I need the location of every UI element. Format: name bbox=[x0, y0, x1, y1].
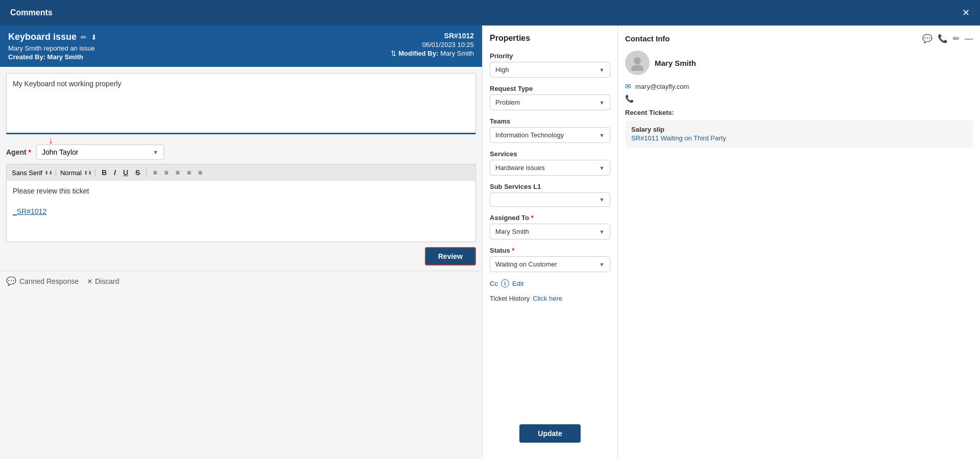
cc-edit-button[interactable]: Edit bbox=[512, 280, 523, 287]
recent-ticket-link[interactable]: SR#1011 Waiting on Third Party bbox=[631, 134, 726, 142]
modal-header: Comments ✕ bbox=[0, 0, 980, 26]
services-label: Services bbox=[490, 150, 610, 158]
canned-icon: 💬 bbox=[6, 276, 16, 286]
modal-container: Comments ✕ Keyboard issue ✏ ⬇ Mar bbox=[0, 0, 980, 459]
toolbar-strikethrough-btn[interactable]: S bbox=[133, 167, 142, 178]
comment-link[interactable]: _SR#1012 bbox=[13, 207, 469, 215]
request-type-label: Request Type bbox=[490, 85, 610, 92]
priority-group: Priority High ▼ bbox=[490, 52, 610, 78]
ticket-date: 06/01/2023 10:25 bbox=[391, 41, 474, 49]
contact-edit-icon[interactable]: ✏ bbox=[953, 34, 960, 43]
assigned-to-required-star: * bbox=[531, 214, 534, 222]
assigned-to-value: Mary Smith bbox=[495, 228, 529, 235]
status-value: Waiting on Customer bbox=[495, 260, 557, 268]
sub-services-label: Sub Services L1 bbox=[490, 183, 610, 190]
contact-phone-row: 📞 bbox=[625, 94, 973, 103]
assigned-to-group: Assigned To * Mary Smith ▼ bbox=[490, 214, 610, 239]
contact-name: Mary Smith bbox=[655, 59, 696, 67]
ticket-header: Keyboard issue ✏ ⬇ Mary Smith reported a… bbox=[0, 26, 482, 67]
contact-phone-icon[interactable]: 📞 bbox=[938, 34, 948, 43]
properties-title: Properties bbox=[490, 34, 610, 43]
teams-group: Teams Information Technology ▼ bbox=[490, 117, 610, 143]
services-group: Services Hardware issues ▼ bbox=[490, 150, 610, 176]
toolbar-underline-btn[interactable]: U bbox=[121, 167, 130, 178]
contact-email: mary@clayfly.com bbox=[635, 83, 689, 90]
toolbar-ol-btn[interactable]: ≡ bbox=[151, 167, 159, 178]
agent-row: ↓ Agent * John Taylor ▼ bbox=[0, 140, 482, 164]
review-button[interactable]: Review bbox=[425, 247, 476, 265]
toolbar-italic-btn[interactable]: I bbox=[112, 167, 118, 178]
ticket-created-row: Created By: Mary Smith bbox=[8, 53, 97, 61]
comment-editor[interactable]: Please review this ticket _SR#1012 bbox=[6, 181, 476, 242]
svg-point-0 bbox=[634, 57, 641, 64]
modal-close-button[interactable]: ✕ bbox=[962, 8, 970, 17]
phone-icon: 📞 bbox=[625, 94, 634, 103]
font-family-wrapper[interactable]: Sans Serif ⬆⬇ bbox=[12, 169, 56, 177]
avatar-icon bbox=[629, 55, 646, 71]
contact-chat-icon[interactable]: 💬 bbox=[922, 34, 933, 43]
toolbar-sep-1 bbox=[146, 168, 147, 177]
left-panel: Keyboard issue ✏ ⬇ Mary Smith reported a… bbox=[0, 26, 483, 459]
agent-select[interactable]: John Taylor ▼ bbox=[36, 144, 164, 160]
sub-services-select[interactable]: ▼ bbox=[490, 192, 610, 207]
recent-ticket-title: Salary slip bbox=[631, 126, 967, 133]
ticket-download-icon[interactable]: ⬇ bbox=[91, 33, 97, 41]
ticket-created-label: Created By: bbox=[8, 53, 45, 61]
sub-services-chevron-icon: ▼ bbox=[599, 197, 605, 203]
discard-x-icon: ✕ bbox=[87, 277, 93, 285]
contact-panel: Contact Info 💬 📞 ✏ — bbox=[618, 26, 980, 459]
arrow-indicator: ↓ bbox=[49, 135, 53, 146]
ticket-title-area: Keyboard issue ✏ ⬇ bbox=[8, 32, 97, 42]
contact-info-title: Contact Info bbox=[625, 34, 670, 43]
services-select[interactable]: Hardware issues ▼ bbox=[490, 160, 610, 176]
teams-chevron-icon: ▼ bbox=[599, 132, 605, 138]
font-size-wrapper[interactable]: Normal ⬆⬇ bbox=[60, 169, 95, 177]
request-type-value: Problem bbox=[495, 99, 520, 106]
request-type-select[interactable]: Problem ▼ bbox=[490, 94, 610, 110]
font-size-arrow: ⬆⬇ bbox=[84, 170, 92, 176]
assigned-to-select[interactable]: Mary Smith ▼ bbox=[490, 224, 610, 239]
ticket-history-click-here-button[interactable]: Click here bbox=[533, 295, 562, 302]
teams-label: Teams bbox=[490, 117, 610, 125]
status-required-star: * bbox=[512, 247, 514, 254]
ticket-history-row: Ticket History Click here bbox=[490, 295, 610, 302]
ticket-edit-icon[interactable]: ✏ bbox=[81, 33, 87, 41]
canned-response-button[interactable]: 💬 Canned Response bbox=[6, 276, 79, 286]
modal: Comments ✕ Keyboard issue ✏ ⬇ Mar bbox=[0, 0, 980, 459]
agent-label: Agent * bbox=[6, 148, 31, 156]
ticket-modified-label: Modified By: bbox=[398, 50, 438, 57]
assigned-to-chevron-icon: ▼ bbox=[599, 229, 605, 235]
status-chevron-icon: ▼ bbox=[599, 261, 605, 268]
contact-header: Contact Info 💬 📞 ✏ — bbox=[625, 34, 973, 43]
teams-select[interactable]: Information Technology ▼ bbox=[490, 127, 610, 143]
update-button[interactable]: Update bbox=[519, 424, 580, 443]
properties-panel: Properties Priority High ▼ Request Type … bbox=[483, 26, 618, 459]
modal-body: Keyboard issue ✏ ⬇ Mary Smith reported a… bbox=[0, 26, 980, 459]
ticket-sr-number: SR#1012 bbox=[391, 32, 474, 40]
ticket-created-by: Mary Smith bbox=[47, 53, 83, 61]
toolbar-align-left-btn[interactable]: ≡ bbox=[174, 167, 182, 178]
discard-button[interactable]: ✕ Discard bbox=[87, 277, 119, 285]
status-label: Status * bbox=[490, 247, 610, 254]
toolbar-align-right-btn[interactable]: ≡ bbox=[196, 167, 204, 178]
font-family-arrow: ⬆⬇ bbox=[44, 170, 53, 176]
contact-minus-icon[interactable]: — bbox=[965, 34, 973, 43]
ticket-sort-icon: ⇅ bbox=[391, 50, 396, 57]
ticket-modified-by: Mary Smith bbox=[440, 50, 474, 57]
toolbar-bold-btn[interactable]: B bbox=[100, 167, 109, 178]
discard-label: Discard bbox=[95, 277, 119, 285]
toolbar-align-center-btn[interactable]: ≡ bbox=[185, 167, 193, 178]
ticket-header-top: Keyboard issue ✏ ⬇ Mary Smith reported a… bbox=[8, 32, 474, 61]
toolbar-ul-btn[interactable]: ≡ bbox=[162, 167, 171, 178]
status-select[interactable]: Waiting on Customer ▼ bbox=[490, 256, 610, 272]
ticket-history-label: Ticket History bbox=[490, 295, 530, 302]
avatar bbox=[625, 51, 650, 75]
priority-select[interactable]: High ▼ bbox=[490, 62, 610, 78]
teams-value: Information Technology bbox=[495, 131, 564, 139]
sub-services-group: Sub Services L1 ▼ bbox=[490, 183, 610, 207]
priority-label: Priority bbox=[490, 52, 610, 60]
agent-chevron-icon: ▼ bbox=[153, 149, 158, 155]
recent-tickets-label: Recent Tickets: bbox=[625, 109, 973, 116]
modal-title: Comments bbox=[10, 8, 53, 17]
email-icon: ✉ bbox=[625, 82, 631, 90]
